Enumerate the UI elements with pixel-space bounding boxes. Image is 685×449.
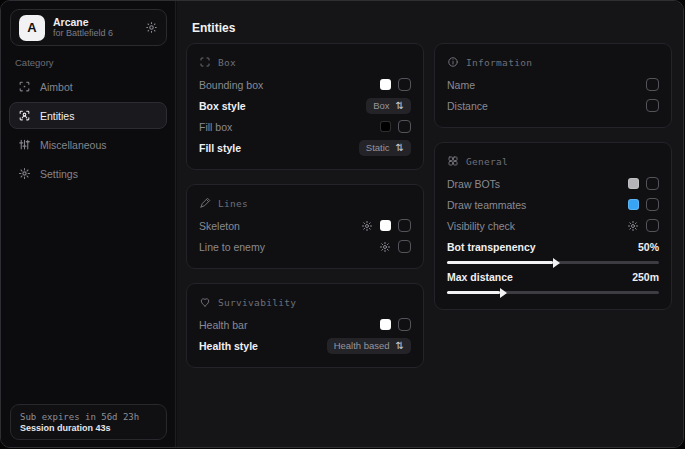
- row-controls: [627, 219, 659, 232]
- brand-settings-icon[interactable]: [145, 21, 158, 34]
- gear-icon[interactable]: [379, 241, 391, 253]
- dropdown-value: Box: [373, 100, 389, 111]
- setting-label: Skeleton: [199, 220, 240, 232]
- sidebar-item-label: Miscellaneous: [40, 139, 107, 151]
- gear-icon[interactable]: [627, 220, 639, 232]
- row-controls: [361, 219, 411, 232]
- setting-label: Draw teammates: [447, 199, 526, 211]
- dropdown-value: Static: [366, 142, 390, 153]
- checkbox-fill-box[interactable]: [398, 120, 411, 133]
- sidebar-item-label: Aimbot: [40, 81, 73, 93]
- setting-row-draw-bots: Draw BOTs: [447, 173, 659, 194]
- color-swatch[interactable]: [380, 121, 391, 132]
- setting-row-fill-style: Fill styleStatic⇅: [199, 137, 411, 158]
- setting-label: Health style: [199, 340, 258, 352]
- checkbox-visibility-check[interactable]: [646, 219, 659, 232]
- slider-fill: [447, 261, 553, 264]
- brand-text: Arcane for Battlefield 6: [53, 16, 137, 38]
- checkbox-health-bar[interactable]: [398, 318, 411, 331]
- person-scan-icon: [18, 109, 31, 122]
- color-swatch[interactable]: [380, 319, 391, 330]
- setting-label: Draw BOTs: [447, 178, 500, 190]
- panel-header: Survivability: [199, 293, 411, 311]
- color-swatch[interactable]: [628, 199, 639, 210]
- checkbox-line-to-enemy[interactable]: [398, 240, 411, 253]
- gear-icon: [18, 167, 31, 180]
- setting-label: Visibility check: [447, 220, 515, 232]
- panel-box: BoxBounding boxBox styleBox⇅Fill boxFill…: [186, 43, 424, 170]
- panel-title: Lines: [218, 198, 248, 209]
- slider-fill: [447, 291, 500, 294]
- setting-label: Fill style: [199, 142, 241, 154]
- setting-row-distance: Distance: [447, 95, 659, 116]
- category-label: Category: [15, 57, 54, 68]
- row-controls: [628, 177, 659, 190]
- brand-subtitle: for Battlefield 6: [53, 28, 137, 38]
- setting-label: Line to enemy: [199, 241, 265, 253]
- setting-row-fill-box: Fill box: [199, 116, 411, 137]
- checkbox-distance[interactable]: [646, 99, 659, 112]
- color-swatch[interactable]: [628, 178, 639, 189]
- sidebar-item-miscellaneous[interactable]: Miscellaneous: [9, 131, 167, 158]
- checkbox-draw-teammates[interactable]: [646, 198, 659, 211]
- screen: A Arcane for Battlefield 6 Category Aimb…: [0, 0, 685, 449]
- sidebar-nav: AimbotEntitiesMiscellaneousSettings: [9, 73, 167, 187]
- panel-header: General: [447, 152, 659, 170]
- setting-label: Name: [447, 79, 475, 91]
- sidebar-item-label: Settings: [40, 168, 78, 180]
- row-controls: [379, 240, 411, 253]
- setting-row-draw-teammates: Draw teammates: [447, 194, 659, 215]
- sidebar-item-label: Entities: [40, 110, 74, 122]
- row-controls: Static⇅: [359, 140, 411, 156]
- health-icon: [199, 296, 211, 308]
- slider-value: 50%: [638, 241, 659, 253]
- sidebar: A Arcane for Battlefield 6 Category Aimb…: [1, 1, 176, 447]
- checkbox-name[interactable]: [646, 78, 659, 91]
- setting-row-health-style: Health styleHealth based⇅: [199, 335, 411, 356]
- setting-label: Health bar: [199, 319, 247, 331]
- updown-chevron-icon: ⇅: [396, 341, 404, 351]
- gear-icon[interactable]: [361, 220, 373, 232]
- page-title: Entities: [192, 21, 235, 35]
- brand-title: Arcane: [53, 16, 137, 28]
- slider-track[interactable]: [447, 291, 659, 294]
- dropdown-box-style[interactable]: Box⇅: [366, 98, 411, 114]
- row-controls: [380, 78, 411, 91]
- sidebar-item-entities[interactable]: Entities: [9, 102, 167, 129]
- slider-thumb[interactable]: [500, 288, 507, 298]
- brand-card: A Arcane for Battlefield 6: [10, 9, 167, 46]
- setting-row-skeleton: Skeleton: [199, 215, 411, 236]
- row-controls: [380, 318, 411, 331]
- sidebar-item-aimbot[interactable]: Aimbot: [9, 73, 167, 100]
- setting-row-visibility-check: Visibility check: [447, 215, 659, 236]
- panel-header: Lines: [199, 194, 411, 212]
- setting-row-box-style: Box styleBox⇅: [199, 95, 411, 116]
- setting-row-name: Name: [447, 74, 659, 95]
- color-swatch[interactable]: [380, 220, 391, 231]
- slider-thumb[interactable]: [553, 258, 560, 268]
- crosshair-scan-icon: [18, 80, 31, 93]
- dropdown-fill-style[interactable]: Static⇅: [359, 140, 411, 156]
- panel-column-right: InformationNameDistanceGeneralDraw BOTsD…: [434, 43, 672, 310]
- slider-max-distance: Max distance250m: [447, 268, 659, 294]
- dropdown-health-style[interactable]: Health based⇅: [327, 338, 411, 354]
- pencil-icon: [199, 197, 211, 209]
- panel-title: General: [466, 156, 508, 167]
- color-swatch[interactable]: [380, 79, 391, 90]
- arcane-window: A Arcane for Battlefield 6 Category Aimb…: [0, 0, 684, 448]
- sidebar-item-settings[interactable]: Settings: [9, 160, 167, 187]
- dropdown-value: Health based: [334, 340, 390, 351]
- slider-track[interactable]: [447, 261, 659, 264]
- checkbox-bounding-box[interactable]: [398, 78, 411, 91]
- setting-label: Bounding box: [199, 79, 263, 91]
- main-content: Entities BoxBounding boxBox styleBox⇅Fil…: [177, 1, 683, 447]
- sliders-icon: [18, 138, 31, 151]
- box-scan-icon: [199, 56, 211, 68]
- panel-general: GeneralDraw BOTsDraw teammatesVisibility…: [434, 142, 672, 310]
- checkbox-draw-bots[interactable]: [646, 177, 659, 190]
- checkbox-skeleton[interactable]: [398, 219, 411, 232]
- row-controls: Box⇅: [366, 98, 411, 114]
- setting-label: Max distance: [447, 271, 513, 283]
- subscription-card: Sub expires in 56d 23h Session duration …: [10, 404, 167, 440]
- panel-survivability: SurvivabilityHealth barHealth styleHealt…: [186, 283, 424, 368]
